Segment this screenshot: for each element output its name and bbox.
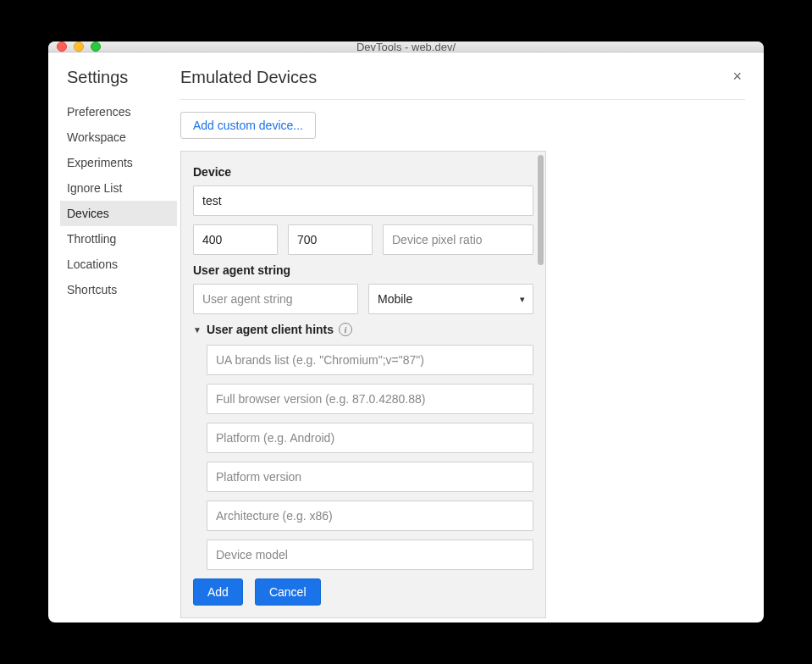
cancel-button[interactable]: Cancel (255, 578, 321, 606)
triangle-down-icon: ▼ (193, 325, 202, 335)
divider (180, 99, 745, 100)
sidebar-item-ignore-list[interactable]: Ignore List (60, 175, 177, 201)
user-agent-label: User agent string (193, 263, 533, 277)
device-pixel-ratio-input[interactable] (383, 224, 533, 255)
user-agent-input[interactable] (193, 284, 358, 314)
ua-brands-input[interactable] (207, 345, 533, 375)
window-title: DevTools - web.dev/ (48, 42, 764, 53)
form-buttons: Add Cancel (193, 578, 533, 606)
device-model-input[interactable] (207, 540, 533, 570)
content: × Settings Preferences Workspace Experim… (48, 53, 764, 622)
info-icon[interactable]: i (339, 323, 352, 336)
sidebar-item-devices[interactable]: Devices (60, 201, 177, 226)
client-hints-toggle[interactable]: ▼ User agent client hints i (193, 323, 533, 336)
device-width-input[interactable] (193, 224, 278, 255)
device-name-input[interactable] (193, 185, 533, 216)
settings-heading: Settings (67, 68, 177, 87)
platform-version-input[interactable] (207, 462, 533, 492)
sidebar-item-locations[interactable]: Locations (60, 252, 177, 277)
sidebar-item-experiments[interactable]: Experiments (60, 150, 177, 175)
device-label: Device (193, 165, 533, 179)
panel-title: Emulated Devices (180, 68, 745, 87)
titlebar: DevTools - web.dev/ (48, 42, 764, 53)
sidebar-item-throttling[interactable]: Throttling (60, 226, 177, 252)
device-height-input[interactable] (288, 224, 373, 255)
device-form: Device User agent string Mobile (180, 151, 546, 618)
client-hints-group (193, 345, 533, 570)
platform-input[interactable] (207, 423, 533, 453)
add-button[interactable]: Add (193, 578, 243, 606)
sidebar: Settings Preferences Workspace Experimen… (67, 68, 177, 618)
app-window: DevTools - web.dev/ × Settings Preferenc… (48, 42, 764, 622)
sidebar-item-preferences[interactable]: Preferences (60, 99, 177, 125)
full-browser-version-input[interactable] (207, 384, 533, 414)
add-custom-device-button[interactable]: Add custom device... (180, 112, 316, 139)
close-icon[interactable]: × (729, 64, 745, 89)
user-agent-type-select[interactable]: Mobile (368, 284, 533, 314)
sidebar-item-workspace[interactable]: Workspace (60, 125, 177, 150)
architecture-input[interactable] (207, 501, 533, 531)
main-panel: Emulated Devices Add custom device... De… (177, 68, 745, 618)
scrollbar-thumb[interactable] (538, 155, 544, 265)
client-hints-label: User agent client hints (207, 323, 334, 336)
sidebar-item-shortcuts[interactable]: Shortcuts (60, 277, 177, 302)
